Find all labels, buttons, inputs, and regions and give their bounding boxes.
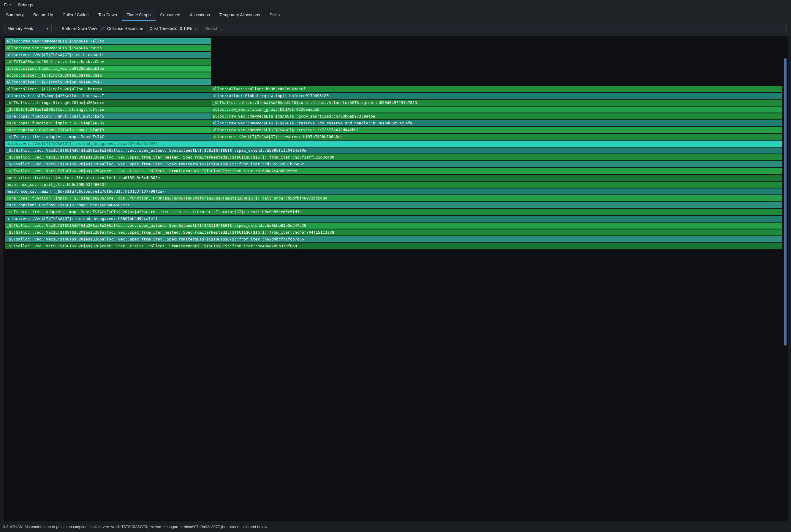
chevron-down-icon: ▾ [47, 27, 49, 30]
tab-caller-callee[interactable]: Caller / Callee [58, 10, 94, 21]
menu-file[interactable]: File [4, 2, 11, 7]
cost-threshold-spinner[interactable]: Cost Threshold: 0.10% ▲▼ [146, 24, 199, 33]
tab-flame-graph[interactable]: Flame Graph [122, 10, 155, 21]
flame-row: core::option::Option$LT$T$GT$::map::hce3… [5, 202, 783, 209]
flame-row: _$LT$alloc..vec..Vec$LT$T$GT$$u20$as$u20… [5, 154, 783, 161]
flame-row: _$LT$T$u20$as$u20$alloc..slice..hack..Co… [5, 58, 783, 65]
flame-cell[interactable]: alloc::raw_vec::RawVec$LT$T$C$A$GT$::gro… [211, 113, 783, 120]
tab-consumed[interactable]: Consumed [155, 10, 185, 21]
flame-cell[interactable]: alloc::vec::Vec$LT$T$C$A$GT$::extend_des… [5, 140, 783, 147]
bottom-down-label: Bottom-Down View [62, 26, 97, 31]
flame-row: _$LT$alloc..vec..Vec$LT$T$GT$$u20$as$u20… [5, 243, 783, 250]
collapse-recursion-checkbox[interactable] [100, 26, 106, 31]
flame-cell[interactable]: alloc::raw_vec::finish_grow::h2d7e1f923c… [211, 106, 783, 113]
flame-cell[interactable]: alloc::slice::hack::to_vec::h08256abeab1… [5, 65, 211, 72]
flame-cell[interactable]: alloc::raw_vec::RawVec$LT$T$C$A$GT$::res… [211, 120, 783, 127]
flame-cell[interactable]: core::ops::function::FnMut::call_mut::h2… [5, 113, 211, 120]
tab-summary[interactable]: Summary [1, 10, 29, 21]
collapse-recursion-label: Collapse Recursion [107, 26, 143, 31]
flame-cell[interactable]: _$LT$core..iter..adapters..map..Map$LT$I… [5, 134, 211, 140]
flame-cell[interactable]: alloc::slice::_$LT$impl$u20$alloc..borro… [5, 86, 211, 92]
flame-cell[interactable]: alloc::slice::_$LT$impl$u20$$u5b$T$u5d$$… [5, 79, 211, 86]
flame-cell[interactable]: heaptrace_csv::split_str::hb6c598b93f460… [5, 182, 783, 188]
flame-cell[interactable]: alloc::raw_vec::RawVec$LT$T$C$A$GT$::all… [5, 38, 211, 44]
flame-cell[interactable]: _$LT$alloc..vec..Vec$LT$T$GT$$u20$as$u20… [5, 229, 783, 236]
tab-temporary-allocations[interactable]: Temporary Allocations [215, 10, 265, 21]
flame-row: core::ops::function::impls::_$LT$impl$u2… [5, 120, 783, 127]
spinner-arrows-icon: ▲▼ [194, 26, 196, 31]
scrollbar-thumb[interactable] [784, 58, 787, 345]
menu-settings[interactable]: Settings [18, 2, 33, 7]
flame-cell[interactable]: alloc::alloc::Global::grow_impl::hb1dcce… [211, 93, 783, 99]
flame-row: alloc::slice::hack::to_vec::h08256abeab1… [5, 65, 783, 72]
tab-row: SummaryBottom-UpCaller / CalleeTop-DownF… [0, 10, 791, 21]
flame-row: heaptrace_csv::split_str::hb6c598b93f460… [5, 182, 783, 188]
flame-row: alloc::vec::Vec$LT$T$C$A$GT$::extend_des… [5, 140, 783, 147]
flame-cell[interactable]: _$LT$core..iter..adapters..map..Map$LT$I… [5, 209, 783, 215]
flame-row: core::iter::traits::iterator::Iterator::… [5, 174, 783, 182]
bottom-down-checkbox[interactable] [55, 26, 60, 31]
vertical-scrollbar[interactable] [784, 39, 787, 518]
toolbar: Memory Peak ▾ Bottom-Down View Collapse … [0, 21, 791, 36]
view-selector[interactable]: Memory Peak ▾ [4, 24, 52, 33]
flame-row: alloc::slice::_$LT$impl$u20$$u5b$T$u5d$$… [5, 79, 783, 86]
flame-cell[interactable]: _$LT$alloc..vec..Vec$LT$T$GT$$u20$as$u20… [5, 236, 783, 243]
collapse-recursion-checkbox-row: Collapse Recursion [100, 26, 143, 31]
tab-allocations[interactable]: Allocations [185, 10, 215, 21]
flame-cell[interactable]: core::option::Option$LT$T$GT$::map::hce3… [5, 202, 783, 208]
flame-cell[interactable]: _$LT$alloc..string..String$u20$as$u20$co… [5, 99, 211, 106]
flame-graph[interactable]: alloc::raw_vec::RawVec$LT$T$C$A$GT$::all… [5, 38, 783, 519]
flame-cell[interactable]: _$LT$alloc..vec..Vec$LT$T$GT$$u20$as$u20… [5, 243, 783, 249]
flame-cell[interactable]: _$LT$str$u20$as$u20$alloc..string..ToStr… [5, 106, 211, 113]
flame-cell[interactable]: _$LT$alloc..alloc..Global$u20$as$u20$cor… [211, 99, 783, 106]
flame-cell[interactable]: heaptrace_csv::main::_$u7b$$u7b$closure$… [5, 188, 783, 195]
tab-sizes[interactable]: Sizes [265, 10, 284, 21]
cost-threshold-label: Cost Threshold: 0.10% [149, 26, 191, 31]
view-selector-value: Memory Peak [7, 26, 33, 31]
flame-cell[interactable]: _$LT$alloc..vec..Vec$LT$T$GT$$u20$as$u20… [5, 154, 783, 160]
flame-row: alloc::slice::_$LT$impl$u20$$u5b$T$u5d$$… [5, 72, 783, 79]
flame-row: _$LT$alloc..string..String$u20$as$u20$co… [5, 99, 783, 106]
search-input[interactable] [202, 24, 787, 33]
flame-row: core::ops::function::FnMut::call_mut::h2… [5, 113, 783, 120]
flame-cell[interactable]: core::ops::function::impls::_$LT$impl$u2… [5, 195, 783, 202]
flame-cell[interactable]: core::iter::traits::iterator::Iterator::… [5, 174, 783, 181]
flame-cell[interactable]: alloc::raw_vec::RawVec$LT$T$C$A$GT$::wit… [5, 45, 211, 51]
flame-row: heaptrace_csv::main::_$u7b$$u7b$closure$… [5, 188, 783, 195]
status-bar: 3.3 MB (86.1%) contribution to peak cons… [0, 523, 791, 532]
tab-bottom-up[interactable]: Bottom-Up [29, 10, 58, 21]
flame-cell[interactable]: alloc::vec::Vec$LT$T$C$A$GT$::reserve::h… [211, 134, 783, 140]
flame-row: _$LT$core..iter..adapters..map..Map$LT$I… [5, 209, 783, 215]
flame-cell[interactable]: alloc::str::_$LT$impl$u20$alloc..borrow.… [5, 93, 211, 99]
menubar: File Settings [0, 0, 791, 10]
flame-row: _$LT$str$u20$as$u20$alloc..string..ToStr… [5, 106, 783, 113]
flame-row: _$LT$alloc..vec..Vec$LT$T$GT$$u20$as$u20… [5, 168, 783, 174]
tab-top-down[interactable]: Top-Down [94, 10, 122, 21]
bottom-down-checkbox-row: Bottom-Down View [55, 26, 97, 31]
flame-cell[interactable]: alloc::alloc::realloc::hb8b2cdd7e8b3aa6f [211, 86, 783, 92]
flame-cell[interactable]: core::option::Option$LT$T$GT$::map::hf40… [5, 127, 211, 133]
flame-cell[interactable]: _$LT$T$u20$as$u20$alloc..slice..hack..Co… [5, 58, 211, 65]
status-text: 3.3 MB (86.1%) contribution to peak cons… [3, 525, 268, 529]
flame-row: _$LT$core..iter..adapters..map..Map$LT$I… [5, 134, 783, 140]
flame-row: alloc::slice::_$LT$impl$u20$alloc..borro… [5, 86, 783, 93]
flame-row: _$LT$alloc..vec..Vec$LT$T$GT$$u20$as$u20… [5, 229, 783, 236]
flame-cell[interactable]: _$LT$alloc..vec..Vec$LT$T$GT$$u20$as$u20… [5, 161, 783, 168]
flame-cell[interactable]: _$LT$alloc..vec..Vec$LT$T$C$A$GT$$u20$as… [5, 147, 783, 154]
flame-row: alloc::vec::Vec$LT$T$C$A$GT$::with_capac… [5, 52, 783, 58]
flame-cell[interactable]: alloc::vec::Vec$LT$T$C$A$GT$::with_capac… [5, 52, 211, 58]
flame-cell[interactable]: alloc::raw_vec::RawVec$LT$T$C$A$GT$::res… [211, 127, 783, 133]
flame-graph-panel: alloc::raw_vec::RawVec$LT$T$C$A$GT$::all… [3, 36, 788, 521]
flame-cell[interactable]: _$LT$alloc..vec..Vec$LT$T$C$A$GT$$u20$as… [5, 222, 783, 229]
flame-cell[interactable]: _$LT$alloc..vec..Vec$LT$T$GT$$u20$as$u20… [5, 168, 783, 174]
flame-row: alloc::vec::Vec$LT$T$C$A$GT$::extend_des… [5, 215, 783, 222]
flame-cell[interactable]: alloc::vec::Vec$LT$T$C$A$GT$::extend_des… [5, 215, 783, 222]
flame-row: core::option::Option$LT$T$GT$::map::hf40… [5, 127, 783, 134]
flame-cell[interactable]: alloc::slice::_$LT$impl$u20$$u5b$T$u5d$$… [5, 72, 211, 79]
flame-row: _$LT$alloc..vec..Vec$LT$T$C$A$GT$$u20$as… [5, 222, 783, 229]
flame-row: core::ops::function::impls::_$LT$impl$u2… [5, 195, 783, 202]
flame-cell[interactable]: core::ops::function::impls::_$LT$impl$u2… [5, 120, 211, 127]
flame-row: alloc::raw_vec::RawVec$LT$T$C$A$GT$::all… [5, 38, 783, 45]
flame-row: _$LT$alloc..vec..Vec$LT$T$C$A$GT$$u20$as… [5, 147, 783, 154]
flame-row: alloc::raw_vec::RawVec$LT$T$C$A$GT$::wit… [5, 45, 783, 52]
